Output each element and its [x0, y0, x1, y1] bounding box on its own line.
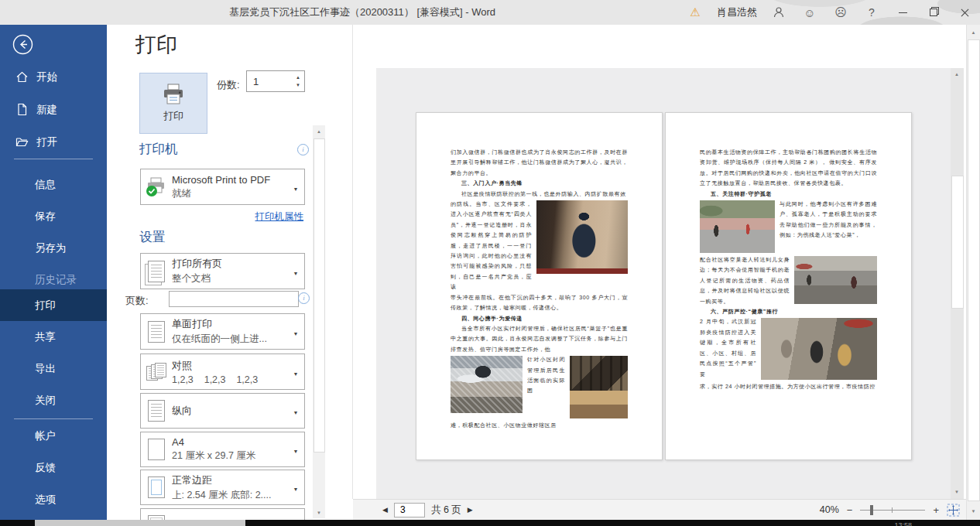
doc-paragraph: 当全市所有小区实行封闭管理后，确保社区居民“菜篮子”也是重中之重的大事。因此，肖… — [451, 323, 628, 354]
sidebar-item-home[interactable]: 开始 — [0, 61, 107, 93]
back-button[interactable] — [12, 34, 33, 55]
open-folder-icon — [15, 135, 29, 149]
sidebar-item-open[interactable]: 打开 — [0, 126, 107, 158]
settings-section-title: 设置 — [139, 229, 165, 246]
doc-paragraph: 们加入微信群，门栋微信群也成为了肖永俊同志的工作群，及时在群里开展引导解释帮辅工… — [451, 147, 628, 178]
new-document-icon — [15, 103, 29, 116]
chevron-down-icon — [287, 265, 304, 278]
upload-warning-icon[interactable] — [680, 0, 711, 25]
minimize-button[interactable] — [887, 0, 918, 25]
printer-select-dropdown[interactable]: Microsoft Print to PDF 就绪 — [140, 169, 305, 205]
settings-scrollbar[interactable] — [313, 125, 325, 518]
next-page-icon[interactable]: ▶ — [468, 506, 473, 514]
pages-range-input[interactable] — [169, 291, 299, 307]
scroll-down-icon[interactable] — [951, 486, 963, 497]
printer-properties-link[interactable]: 打印机属性 — [255, 211, 304, 222]
doc-heading: 三、入门入户·勇当先锋 — [451, 178, 628, 188]
taskbar-segment — [35, 520, 245, 526]
photo-checkpoint-masks — [761, 318, 877, 380]
printer-icon — [161, 84, 186, 105]
collated-icon — [146, 362, 166, 382]
help-icon[interactable] — [856, 0, 887, 25]
doc-heading: 五、关注特群·守护孤老 — [700, 189, 877, 199]
copies-label: 份数: — [217, 78, 240, 92]
one-sided-icon — [148, 321, 165, 343]
preview-scrollbar[interactable] — [951, 68, 964, 499]
pages-info-icon[interactable]: i — [298, 292, 310, 304]
photo-door-to-door-visit — [536, 200, 628, 274]
preview-page-right: 民的基本生活物资的保障工作，主动帮助各门栋团购的团长将生活物资卸货、维护现场秩序… — [665, 112, 912, 460]
paper-size-dropdown[interactable]: A4 21 厘米 x 29.7 厘米 — [140, 432, 305, 467]
scroll-up-icon[interactable] — [951, 68, 963, 80]
scroll-down-icon[interactable] — [967, 505, 980, 517]
print-button-label: 打印 — [163, 109, 183, 123]
scrollbar-thumb[interactable] — [968, 39, 980, 501]
orientation-dropdown[interactable]: 纵向 — [140, 393, 305, 429]
copies-stepper: ▲ ▼ — [246, 70, 305, 92]
account-person-icon[interactable] — [763, 0, 794, 25]
sidebar-item-new[interactable]: 新建 — [0, 94, 107, 125]
print-backstage-main: 打印 打印 份数: ▲ ▼ 打印机 i — [107, 25, 980, 520]
paper-size-icon — [148, 439, 165, 460]
home-icon — [15, 70, 29, 84]
preview-page-left: 们加入微信群，门栋微信群也成为了肖永俊同志的工作群，及时在群里开展引导解释帮辅工… — [416, 112, 663, 460]
doc-paragraph: 求，实行 24 小时封闭管理措施。为方便小区出行管理，市疫情防控 — [700, 381, 877, 391]
previous-page-icon[interactable]: ◀ — [382, 506, 388, 514]
duplex-dropdown[interactable]: 单面打印 仅在纸面的一侧上进... — [140, 313, 305, 350]
zoom-slider-thumb[interactable] — [870, 505, 873, 515]
collation-dropdown[interactable]: 对照 1,2,3 1,2,3 1,2,3 — [140, 354, 305, 390]
doc-paragraph: 与此同时，他考虑到小区有许多困难户、孤寡老人，于是积极主动的要求去帮助他们做一些… — [780, 201, 877, 237]
printer-name: Microsoft Print to PDF — [172, 174, 287, 186]
print-range-dropdown[interactable]: 打印所有页 整个文档 — [140, 253, 305, 289]
photo-street-elderly — [794, 256, 877, 304]
margins-icon — [148, 476, 165, 498]
scrollbar-thumb[interactable] — [314, 138, 325, 453]
window-scrollbar[interactable] — [966, 25, 980, 520]
doc-paragraph: 针对小区封闭管理后居民生活面临的实际困 — [527, 357, 565, 393]
sidebar-item-label: 开始 — [36, 70, 57, 84]
chevron-down-icon — [287, 365, 304, 379]
sidebar-divider — [14, 418, 93, 419]
zoom-to-page-icon[interactable] — [947, 504, 960, 517]
chevron-down-icon — [287, 442, 304, 456]
pages-label: 页数: — [125, 294, 149, 308]
page-title: 打印 — [135, 31, 177, 59]
feedback-smile-icon[interactable] — [794, 0, 825, 25]
margins-dropdown[interactable]: 正常边距 上: 2.54 厘米 底部: 2.... — [140, 470, 305, 505]
doc-heading: 四、同心携手·为爱传递 — [451, 313, 628, 323]
preview-status-bar: ◀ 共 6 页 ▶ 40% − + — [353, 499, 966, 520]
taskbar-sliver: 13:58 — [0, 520, 980, 526]
feedback-frown-icon[interactable] — [825, 0, 856, 25]
scroll-up-icon[interactable] — [967, 26, 980, 38]
copies-input[interactable] — [247, 71, 292, 91]
copies-increase-icon[interactable]: ▲ — [296, 75, 300, 80]
printer-status: 就绪 — [172, 187, 287, 200]
doc-paragraph: 民的基本生活物资的保障工作，主动帮助各门栋团购的团长将生活物资卸货、维护现场秩序… — [700, 147, 877, 189]
restore-button[interactable] — [918, 0, 949, 25]
scroll-up-icon[interactable] — [313, 125, 325, 137]
scroll-down-icon[interactable] — [313, 507, 325, 518]
doc-paragraph: 难，积极配合社区、小区物业做好辖区居 — [451, 420, 628, 430]
close-button[interactable] — [949, 0, 980, 25]
zoom-slider[interactable] — [860, 505, 925, 515]
scrollbar-thumb[interactable] — [951, 176, 964, 309]
printer-info-icon[interactable]: i — [297, 144, 309, 155]
copies-decrease-icon[interactable]: ▼ — [296, 83, 300, 87]
photo-parcel-shelf — [570, 356, 628, 418]
doc-paragraph: 带头冲在最前线。在他下沉的四十多天，敲响了 300 多户大门，宣传政策，了解情况… — [451, 292, 628, 313]
chevron-down-icon — [287, 404, 304, 418]
title-bar: 基层党员下沉社区工作事迹（20200311） [兼容模式] - Word 肖昌浩… — [0, 0, 980, 25]
chevron-down-icon — [287, 480, 304, 494]
doc-paragraph: 配合社区将空巢老人转送到儿女身边；每天为不会使用智能手机的老人登记所需的生活物资… — [700, 257, 790, 304]
zoom-out-icon[interactable]: − — [847, 504, 853, 516]
print-button[interactable]: 打印 — [139, 73, 207, 134]
printer-section-title: 打印机 — [139, 141, 178, 158]
current-page-input[interactable] — [394, 503, 425, 517]
backstage-sidebar: 开始 新建 打开 信息 保存 另存为 历史记录 打印 共享 导出 关闭 帐户 反… — [0, 25, 107, 520]
zoom-level[interactable]: 40% — [820, 504, 839, 515]
chevron-down-icon — [287, 325, 304, 339]
user-name[interactable]: 肖昌浩然 — [711, 0, 763, 25]
sidebar-item-label: 新建 — [36, 103, 57, 117]
zoom-in-icon[interactable]: + — [933, 504, 939, 516]
sidebar-divider — [14, 159, 93, 159]
